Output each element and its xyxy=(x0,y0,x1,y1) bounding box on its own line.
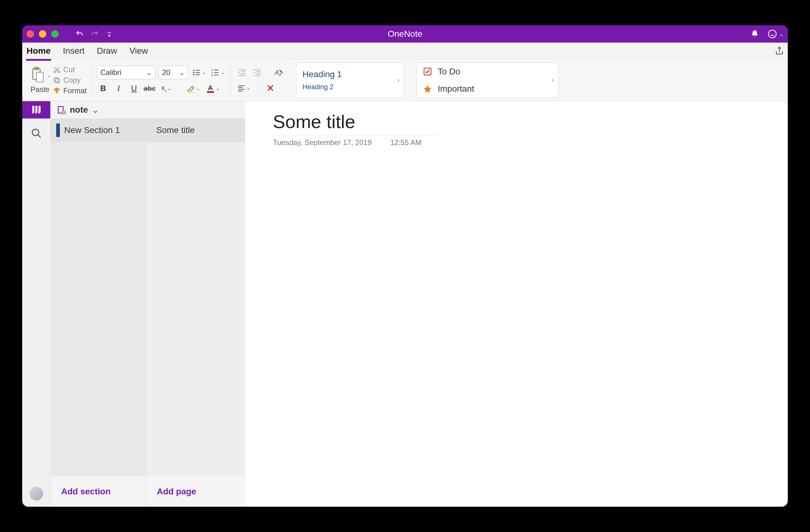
svg-point-8 xyxy=(193,69,194,71)
svg-rect-26 xyxy=(238,75,245,76)
highlight-button[interactable]: ⌄ xyxy=(184,82,201,95)
bold-button[interactable]: B xyxy=(97,82,109,95)
delete-button[interactable] xyxy=(264,82,277,94)
clipboard-icon xyxy=(29,67,46,84)
clear-formatting-button[interactable]: A xyxy=(273,66,285,79)
svg-rect-20 xyxy=(187,92,194,93)
svg-rect-28 xyxy=(257,71,261,72)
clipboard-small: Cut Copy Format xyxy=(53,65,87,95)
svg-point-12 xyxy=(193,74,194,75)
section-color-tab xyxy=(56,123,60,137)
tab-insert[interactable]: Insert xyxy=(62,44,85,58)
left-rail xyxy=(22,101,51,507)
font-size-combo[interactable]: 20⌄ xyxy=(159,66,188,79)
style-heading1[interactable]: Heading 1 xyxy=(303,69,398,79)
svg-rect-13 xyxy=(195,74,200,75)
section-item[interactable]: New Section 1 xyxy=(51,118,146,142)
format-painter-button[interactable]: Format xyxy=(53,86,87,95)
separator xyxy=(258,82,258,94)
svg-rect-25 xyxy=(241,73,245,74)
navigation-panel: note ⌄ New Section 1 Add section Som xyxy=(51,101,245,507)
tab-home[interactable]: Home xyxy=(26,44,51,58)
add-page-button[interactable]: Add page xyxy=(146,476,245,507)
italic-button[interactable]: I xyxy=(112,82,125,95)
nav-split: New Section 1 Add section Some title Add… xyxy=(51,118,245,507)
strike-button[interactable]: a̶b̶c̶ xyxy=(143,82,156,95)
underline-button[interactable]: U xyxy=(128,82,140,95)
page-canvas[interactable]: Some title Tuesday, September 17, 2019 1… xyxy=(245,101,788,507)
menu-bar: Home Insert Draw View xyxy=(22,43,788,59)
ribbon-paragraph: A ⌄ xyxy=(232,59,289,101)
svg-rect-15 xyxy=(214,69,218,70)
tag-important[interactable]: Important xyxy=(423,80,552,98)
notebooks-button[interactable] xyxy=(22,101,50,118)
ribbon: ⌄ Paste Cut Copy Format xyxy=(22,59,788,101)
svg-rect-17 xyxy=(214,72,218,72)
ribbon-clipboard: ⌄ Paste Cut Copy Format xyxy=(25,59,91,101)
indent-button[interactable] xyxy=(251,66,263,79)
tag-todo[interactable]: To Do xyxy=(423,63,552,80)
title-bar: OneNote ⌄ xyxy=(22,25,788,43)
svg-rect-24 xyxy=(241,71,245,72)
svg-point-4 xyxy=(54,71,56,73)
svg-rect-6 xyxy=(55,79,60,83)
avatar[interactable] xyxy=(30,487,43,500)
sections-list: New Section 1 Add section xyxy=(51,118,146,507)
outdent-button[interactable] xyxy=(236,66,248,79)
copy-button[interactable]: Copy xyxy=(53,76,87,85)
chevron-right-icon: › xyxy=(397,76,400,84)
align-button[interactable]: ⌄ xyxy=(236,82,252,94)
chevron-right-icon: › xyxy=(552,76,554,84)
font-name-combo[interactable]: Calibri⌄ xyxy=(97,66,156,79)
svg-rect-34 xyxy=(238,89,244,89)
svg-rect-32 xyxy=(238,85,244,86)
page-metadata: Tuesday, September 17, 2019 12:55 AM xyxy=(273,138,760,147)
notebook-selector[interactable]: note ⌄ xyxy=(51,101,245,118)
svg-rect-33 xyxy=(238,87,242,88)
paste-button[interactable]: ⌄ Paste xyxy=(29,67,51,94)
page-title[interactable]: Some title xyxy=(273,109,440,135)
numbering-button[interactable]: 123⌄ xyxy=(210,66,225,79)
tags-gallery[interactable]: To Do Important › xyxy=(417,63,558,98)
separator xyxy=(230,65,231,96)
svg-point-10 xyxy=(193,71,194,73)
share-button[interactable] xyxy=(775,46,784,55)
svg-rect-35 xyxy=(238,91,242,92)
svg-rect-3 xyxy=(36,72,43,82)
svg-text:A: A xyxy=(274,68,279,76)
page-date: Tuesday, September 17, 2019 xyxy=(273,138,372,147)
app-window: OneNote ⌄ Home Insert Draw View xyxy=(22,25,788,507)
font-color-button[interactable]: A⌄ xyxy=(204,82,221,95)
ribbon-font: Calibri⌄ 20⌄ ⌄ 123⌄ B I U a̶b xyxy=(93,59,229,101)
separator xyxy=(92,65,92,96)
styles-gallery[interactable]: Heading 1 Heading 2 › xyxy=(296,63,404,98)
main-body: note ⌄ New Section 1 Add section Som xyxy=(22,101,788,507)
svg-rect-27 xyxy=(254,69,261,70)
svg-point-37 xyxy=(32,129,38,136)
app-title: OneNote xyxy=(22,29,788,39)
cut-button[interactable]: Cut xyxy=(53,65,87,74)
style-heading2[interactable]: Heading 2 xyxy=(303,83,398,91)
subscript-button[interactable]: x₂⌄ xyxy=(159,82,174,95)
page-item[interactable]: Some title xyxy=(146,118,245,142)
pages-list: Some title Add page xyxy=(146,118,245,507)
paste-label: Paste xyxy=(31,85,49,94)
svg-point-5 xyxy=(58,71,60,73)
svg-rect-7 xyxy=(54,78,58,81)
tab-draw[interactable]: Draw xyxy=(96,44,118,58)
svg-rect-11 xyxy=(195,72,200,72)
bullets-button[interactable]: ⌄ xyxy=(191,66,207,79)
search-button[interactable] xyxy=(31,128,42,139)
tab-view[interactable]: View xyxy=(129,44,148,58)
svg-rect-2 xyxy=(35,67,38,70)
svg-rect-9 xyxy=(195,70,200,70)
svg-rect-29 xyxy=(257,73,261,74)
svg-rect-30 xyxy=(254,75,261,76)
page-time: 12:55 AM xyxy=(390,138,421,147)
add-section-button[interactable]: Add section xyxy=(51,476,146,507)
svg-text:A: A xyxy=(208,84,213,92)
svg-rect-22 xyxy=(207,91,214,93)
svg-text:3: 3 xyxy=(211,73,213,77)
svg-rect-23 xyxy=(238,69,245,70)
svg-rect-19 xyxy=(214,75,218,75)
